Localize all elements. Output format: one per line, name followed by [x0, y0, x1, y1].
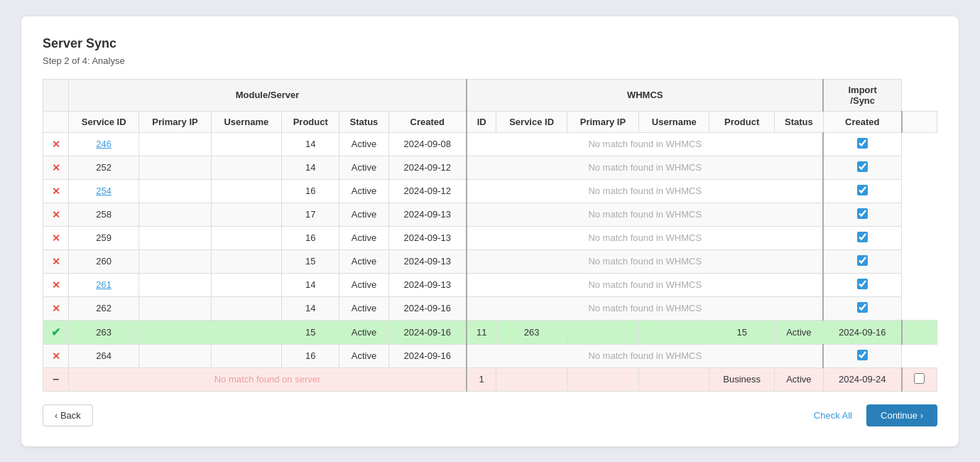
indicator-cell: ✕	[43, 296, 69, 320]
module-service-id: 258	[69, 203, 139, 226]
module-status: Active	[339, 249, 388, 273]
table-row: ✕ 259 16 Active 2024-09-13 No match foun…	[43, 226, 937, 249]
no-match-whmcs: No match found in WHMCS	[467, 344, 823, 367]
module-service-id[interactable]: 254	[69, 179, 139, 203]
module-primary-ip	[139, 273, 211, 296]
table-row: − No match found on server 1 Business Ac…	[43, 367, 937, 391]
no-match-server: No match found on server	[69, 367, 467, 391]
import-sync-checkbox[interactable]	[857, 232, 868, 242]
table-row: ✕ 264 16 Active 2024-09-16 No match foun…	[43, 344, 937, 367]
col-whmcs-service-id: Service ID	[496, 111, 567, 132]
group-whmcs: WHMCS	[467, 79, 823, 111]
module-created: 2024-09-13	[388, 249, 467, 273]
whmcs-product: 15	[709, 320, 774, 344]
import-sync-checkbox[interactable]	[857, 161, 868, 172]
import-sync-cell[interactable]	[823, 344, 901, 367]
group-header-row: Module/Server WHMCS Import/Sync	[43, 79, 937, 111]
check-icon: ✔	[51, 326, 60, 338]
whmcs-created: 2024-09-16	[823, 320, 901, 344]
table-row: ✔ 263 15 Active 2024-09-16 11 263 15 Act…	[43, 320, 937, 344]
module-product: 16	[282, 344, 339, 367]
module-primary-ip	[139, 132, 211, 156]
module-service-id: 263	[69, 320, 139, 344]
col-module-service-id: Service ID	[69, 111, 139, 132]
whmcs-created: 2024-09-24	[823, 367, 901, 391]
col-header-row: Service ID Primary IP Username Product S…	[43, 111, 937, 132]
module-primary-ip	[139, 179, 211, 203]
module-service-id[interactable]: 261	[69, 273, 139, 296]
import-sync-cell[interactable]	[823, 179, 901, 203]
module-product: 16	[282, 179, 339, 203]
table-row: ✕ 254 16 Active 2024-09-12 No match foun…	[43, 179, 937, 203]
sync-table: Module/Server WHMCS Import/Sync Service …	[43, 79, 937, 392]
whmcs-status: Active	[774, 367, 823, 391]
x-icon: ✕	[52, 139, 60, 150]
import-sync-checkbox[interactable]	[914, 373, 925, 384]
col-module-primary-ip: Primary IP	[139, 111, 211, 132]
module-primary-ip	[139, 296, 211, 320]
module-status: Active	[339, 296, 388, 320]
module-status: Active	[339, 179, 388, 203]
import-sync-checkbox[interactable]	[857, 302, 868, 313]
module-product: 14	[282, 132, 339, 156]
module-status: Active	[339, 156, 388, 179]
import-sync-cell[interactable]	[823, 226, 901, 249]
import-sync-cell[interactable]	[823, 156, 901, 179]
module-product: 14	[282, 156, 339, 179]
module-username	[211, 320, 281, 344]
table-body: ✕ 246 14 Active 2024-09-08 No match foun…	[43, 132, 937, 391]
col-module-status: Status	[339, 111, 388, 132]
col-whmcs-product: Product	[709, 111, 774, 132]
module-created: 2024-09-13	[388, 226, 467, 249]
module-product: 16	[282, 226, 339, 249]
import-sync-cell[interactable]	[823, 249, 901, 273]
module-primary-ip	[139, 249, 211, 273]
x-icon: ✕	[52, 162, 60, 173]
import-sync-checkbox[interactable]	[857, 350, 868, 360]
module-username	[211, 132, 281, 156]
module-service-id: 264	[69, 344, 139, 367]
table-row: ✕ 258 17 Active 2024-09-13 No match foun…	[43, 203, 937, 226]
whmcs-service-id: 263	[496, 320, 567, 344]
group-module-server: Module/Server	[69, 79, 467, 111]
import-sync-checkbox[interactable]	[857, 208, 868, 219]
import-sync-cell[interactable]	[823, 273, 901, 296]
module-product: 15	[282, 320, 339, 344]
col-module-product: Product	[282, 111, 339, 132]
import-sync-checkbox[interactable]	[857, 185, 868, 195]
no-match-whmcs: No match found in WHMCS	[467, 296, 823, 320]
import-sync-checkbox[interactable]	[857, 255, 868, 266]
module-created: 2024-09-16	[388, 344, 467, 367]
import-sync-cell[interactable]	[823, 296, 901, 320]
no-match-whmcs: No match found in WHMCS	[467, 249, 823, 273]
indicator-cell: ✕	[43, 179, 69, 203]
page-subtitle: Step 2 of 4: Analyse	[43, 55, 937, 66]
module-product: 15	[282, 249, 339, 273]
col-import-sync	[902, 111, 937, 132]
indicator-cell: ✕	[43, 132, 69, 156]
check-all-link[interactable]: Check All	[814, 410, 852, 421]
module-primary-ip	[139, 156, 211, 179]
import-sync-checkbox[interactable]	[857, 279, 868, 289]
main-card: Server Sync Step 2 of 4: Analyse Module/…	[21, 16, 959, 446]
whmcs-primary-ip	[567, 367, 638, 391]
x-icon: ✕	[52, 303, 60, 314]
table-row: ✕ 246 14 Active 2024-09-08 No match foun…	[43, 132, 937, 156]
module-service-id[interactable]: 246	[69, 132, 139, 156]
import-sync-cell[interactable]	[823, 203, 901, 226]
import-sync-checkbox[interactable]	[857, 138, 868, 149]
x-icon: ✕	[52, 279, 60, 291]
back-button[interactable]: ‹ Back	[43, 404, 93, 426]
table-row: ✕ 261 14 Active 2024-09-13 No match foun…	[43, 273, 937, 296]
no-match-whmcs: No match found in WHMCS	[467, 273, 823, 296]
import-sync-cell[interactable]	[823, 132, 901, 156]
continue-button[interactable]: Continue ›	[866, 404, 937, 426]
whmcs-product: Business	[709, 367, 774, 391]
module-status: Active	[339, 273, 388, 296]
indicator-cell: ✕	[43, 203, 69, 226]
indicator-cell: ✕	[43, 273, 69, 296]
col-module-created: Created	[388, 111, 467, 132]
indicator-cell: ✕	[43, 226, 69, 249]
module-primary-ip	[139, 226, 211, 249]
import-sync-cell[interactable]	[902, 367, 937, 391]
